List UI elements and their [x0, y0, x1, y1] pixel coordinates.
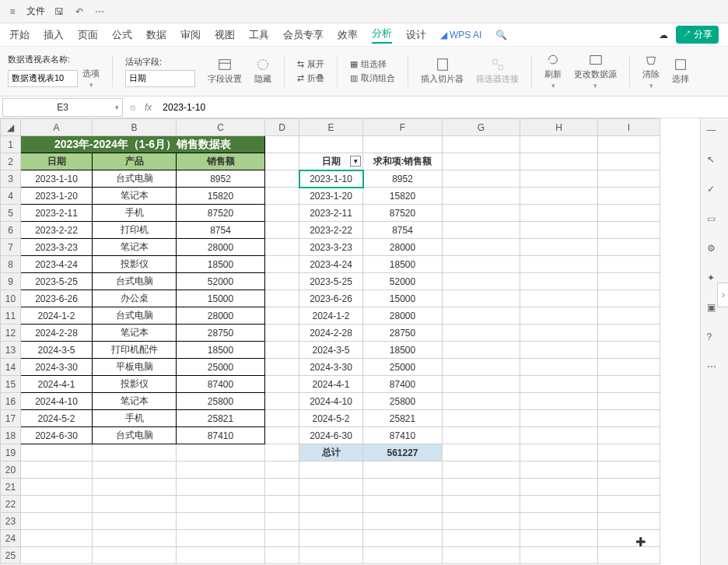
cell[interactable]: 日期▾	[299, 153, 363, 170]
cell[interactable]	[363, 136, 443, 153]
hide-button[interactable]: 隐藏	[254, 58, 271, 85]
cell[interactable]: 25000	[177, 359, 265, 376]
more-icon[interactable]: ⋯	[93, 5, 106, 18]
cell[interactable]	[93, 547, 177, 564]
menu-page[interactable]: 页面	[78, 28, 98, 42]
cell[interactable]: 15820	[177, 188, 265, 205]
cell[interactable]: 2023-1-20	[299, 188, 363, 205]
cell[interactable]: 18500	[177, 342, 265, 359]
cell[interactable]	[299, 530, 363, 547]
cell[interactable]	[598, 153, 660, 170]
cell[interactable]: 2024-4-1	[21, 376, 93, 393]
cell[interactable]: 18500	[177, 256, 265, 273]
cell[interactable]: 8754	[363, 222, 443, 239]
cell[interactable]	[443, 376, 520, 393]
cell[interactable]: 总计	[299, 444, 363, 461]
cell[interactable]: 2024-5-2	[299, 410, 363, 427]
cell[interactable]	[443, 547, 520, 564]
cell[interactable]	[520, 547, 598, 564]
cell[interactable]: 8952	[177, 170, 265, 188]
cell[interactable]	[520, 188, 598, 205]
cell[interactable]: 台式电脑	[93, 273, 177, 290]
col-header[interactable]: F	[363, 119, 443, 136]
cell[interactable]: 2023-2-11	[21, 205, 93, 222]
row-header[interactable]: 5	[1, 205, 21, 222]
cell[interactable]: 2023-2-22	[299, 222, 363, 239]
more-panel-icon[interactable]: ⋯	[707, 361, 723, 377]
cell[interactable]: 15000	[177, 290, 265, 307]
cell[interactable]	[265, 410, 299, 427]
cell[interactable]: 8754	[177, 222, 265, 239]
row-header[interactable]: 24	[1, 530, 21, 547]
cell[interactable]: 投影仪	[93, 256, 177, 273]
cell[interactable]	[265, 393, 299, 410]
cell[interactable]	[363, 461, 443, 479]
cell[interactable]	[299, 547, 363, 564]
cell[interactable]	[598, 307, 660, 325]
cell[interactable]: 2024-3-5	[21, 342, 93, 359]
cell[interactable]	[21, 513, 93, 530]
cell[interactable]	[93, 444, 177, 461]
menu-icon[interactable]: ≡	[6, 5, 19, 18]
cell[interactable]: 平板电脑	[93, 359, 177, 376]
cell[interactable]	[520, 359, 598, 376]
row-header[interactable]: 8	[1, 256, 21, 273]
cell[interactable]	[443, 530, 520, 547]
expand-button[interactable]: ⇆ 展开	[297, 58, 324, 70]
cell[interactable]	[363, 547, 443, 564]
cell[interactable]	[265, 427, 299, 444]
cell[interactable]: 打印机	[93, 222, 177, 239]
cell[interactable]: 2024-4-10	[299, 393, 363, 410]
cell[interactable]	[443, 496, 520, 513]
cell[interactable]: 25000	[363, 359, 443, 376]
col-header[interactable]: D	[265, 119, 299, 136]
cell[interactable]: 25821	[177, 410, 265, 427]
row-header[interactable]: 10	[1, 290, 21, 307]
pivot-name-input[interactable]	[8, 70, 78, 87]
cell[interactable]	[21, 496, 93, 513]
cell[interactable]	[443, 256, 520, 273]
cell[interactable]	[443, 393, 520, 410]
cell[interactable]: 2023-1-10	[299, 170, 363, 188]
menu-member[interactable]: 会员专享	[283, 28, 324, 42]
cell[interactable]: 2023-5-25	[21, 273, 93, 290]
cell[interactable]: 笔记本	[93, 188, 177, 205]
cell[interactable]: 28000	[363, 307, 443, 325]
select-all-corner[interactable]: ◢	[1, 119, 21, 136]
cell[interactable]	[265, 359, 299, 376]
cell[interactable]: 2023年-2024年（1-6月）销售数据表	[21, 136, 265, 153]
cell[interactable]	[443, 427, 520, 444]
cell[interactable]	[299, 496, 363, 513]
menu-review[interactable]: 审阅	[180, 28, 201, 42]
cell[interactable]: 手机	[93, 205, 177, 222]
cell[interactable]	[520, 136, 598, 153]
row-header[interactable]: 14	[1, 359, 21, 376]
panel-icon[interactable]: ▭	[707, 213, 723, 229]
cell[interactable]: 求和项:销售额	[363, 153, 443, 170]
cell[interactable]	[520, 479, 598, 496]
cell[interactable]	[598, 290, 660, 307]
cell[interactable]	[443, 205, 520, 222]
cell[interactable]	[520, 153, 598, 170]
active-field-input[interactable]	[125, 70, 195, 87]
cell[interactable]	[177, 530, 265, 547]
cell[interactable]	[520, 461, 598, 479]
cell[interactable]: 2024-1-2	[299, 307, 363, 325]
cell[interactable]: 2023-1-20	[21, 188, 93, 205]
cell[interactable]	[598, 530, 660, 547]
row-header[interactable]: 13	[1, 342, 21, 359]
cell[interactable]	[265, 256, 299, 273]
undo-icon[interactable]: ↶	[73, 5, 86, 18]
row-header[interactable]: 1	[1, 136, 21, 153]
cell[interactable]: 笔记本	[93, 393, 177, 410]
cell[interactable]: 87520	[363, 205, 443, 222]
cell[interactable]	[520, 307, 598, 325]
cell[interactable]: 笔记本	[93, 239, 177, 256]
cell[interactable]: 2023-5-25	[299, 273, 363, 290]
cell[interactable]	[598, 239, 660, 256]
cell[interactable]: 2024-5-2	[21, 410, 93, 427]
row-header[interactable]: 11	[1, 307, 21, 325]
cell[interactable]	[21, 547, 93, 564]
cell[interactable]: 2023-1-10	[21, 170, 93, 188]
cell[interactable]	[21, 444, 93, 461]
